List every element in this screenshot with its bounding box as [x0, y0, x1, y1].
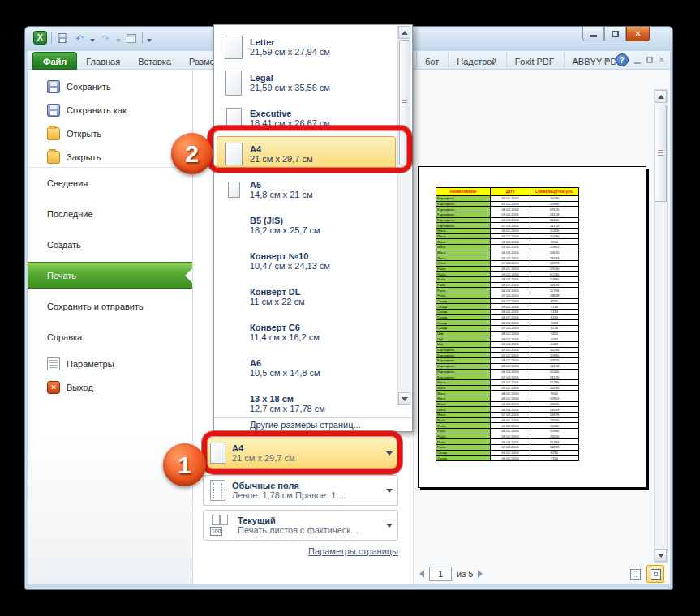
ribbon-tab[interactable]: Надстрой	[448, 52, 505, 70]
chevron-down-icon	[386, 489, 393, 493]
opts-icon	[47, 357, 60, 370]
next-page-icon[interactable]	[478, 570, 483, 578]
paper-size-name: Конверт №10	[250, 251, 330, 261]
close-button[interactable]: ✕	[626, 27, 650, 41]
table-cell: 11784	[530, 439, 579, 445]
open-icon	[47, 127, 60, 140]
sidebar-item-label: Сохранить	[67, 82, 111, 92]
workbook-restore-icon[interactable]	[646, 57, 653, 63]
scroll-down-icon[interactable]	[398, 392, 410, 405]
ribbon-tab[interactable]: Главная	[77, 52, 129, 70]
sidebar-item[interactable]: Открыть	[28, 122, 192, 145]
table-cell: 4278	[530, 326, 579, 332]
table-cell: 2012	[530, 342, 579, 348]
paper-size-option[interactable]: Letter21,59 см x 27,94 см	[217, 29, 394, 65]
table-cell: Сахар	[436, 314, 491, 320]
scale-100-badge: 100	[210, 527, 222, 536]
popup-scrollbar[interactable]	[397, 26, 411, 405]
table-tool-button[interactable]	[125, 32, 138, 44]
sidebar-item[interactable]: Последние	[28, 199, 192, 229]
scaling-dropdown[interactable]: 100 Текущий Печать листов с фактическ...	[203, 510, 398, 541]
table-cell: 14120	[530, 374, 579, 380]
table-row: Рыба05.01.201617050	[436, 266, 579, 272]
help-icon[interactable]: ?	[616, 53, 629, 66]
previous-page-icon[interactable]	[419, 570, 424, 578]
table-row: Мясо09.02.201612901	[436, 245, 579, 250]
paper-size-option[interactable]: Конверт DL11 см x 22 см	[217, 279, 394, 314]
paper-size-option[interactable]: 13 x 18 см12,7 см x 17,78 см	[217, 386, 394, 421]
table-cell: Картофель	[436, 196, 491, 202]
sidebar-item[interactable]: Печать	[28, 262, 192, 289]
paper-size-option[interactable]: A610,5 см x 14,8 см	[217, 350, 394, 386]
workbook-minimize-icon[interactable]	[634, 62, 641, 64]
more-paper-sizes-item[interactable]: Другие размеры страниц...	[214, 417, 412, 431]
save-button[interactable]	[56, 32, 69, 44]
page-setup-link[interactable]: Параметры страницы	[308, 546, 398, 556]
table-cell: Мясо	[436, 391, 491, 396]
paper-size-option[interactable]: Legal21,59 см x 35,56 см	[217, 65, 394, 101]
undo-button[interactable]: ↶	[73, 32, 86, 44]
paper-size-option[interactable]: A514,8 см x 21 см	[217, 172, 394, 207]
sidebar-item[interactable]: Параметры	[28, 352, 192, 375]
paper-size-option[interactable]: B5 (JIS)18,2 см x 25,7 см	[217, 207, 394, 243]
minimize-button[interactable]	[582, 27, 604, 41]
table-cell: Картофель	[436, 207, 491, 212]
sidebar-item[interactable]: Создать	[28, 229, 192, 260]
ribbon-tab[interactable]: Foxit PDF	[506, 52, 564, 70]
table-icon	[127, 34, 136, 43]
sidebar-item[interactable]: Выход	[28, 375, 192, 399]
scrollbar-thumb[interactable]	[655, 105, 667, 202]
sidebar-item[interactable]: Закрыть	[28, 145, 192, 169]
scroll-up-icon[interactable]	[398, 26, 410, 39]
table-cell: 08.02.2016	[491, 310, 530, 315]
table-cell: 12901	[530, 245, 579, 250]
sidebar-item[interactable]: Сведения	[28, 168, 192, 199]
redo-dropdown-caret[interactable]	[116, 39, 121, 42]
closef-icon	[47, 151, 60, 164]
preview-scrollbar[interactable]	[654, 89, 668, 563]
table-cell: 8150	[530, 314, 579, 320]
table-cell: Рыба	[436, 293, 491, 299]
restore-icon	[612, 31, 619, 37]
sidebar-item[interactable]: Справка	[28, 322, 192, 353]
page-number-input[interactable]	[429, 567, 452, 581]
table-cell: 10520	[530, 434, 579, 439]
workbook-close-icon[interactable]: ✕	[659, 53, 665, 66]
customize-qat-caret[interactable]	[147, 39, 152, 42]
table-cell: 12520	[530, 358, 579, 364]
table-cell: 10280	[530, 196, 579, 202]
table-cell: 07.03.2016	[491, 223, 530, 229]
collapse-ribbon-icon[interactable]	[603, 58, 610, 62]
table-cell: 06.03.2016	[491, 401, 530, 407]
zoom-to-page-button[interactable]	[646, 565, 664, 583]
paper-size-name: Legal	[250, 73, 330, 83]
paper-size-dims: 21,59 см x 27,94 см	[250, 47, 330, 57]
table-cell: Рыба	[436, 272, 491, 277]
ribbon-tab[interactable]: Вставка	[129, 52, 180, 70]
sidebar-item-label: Закрыть	[67, 152, 101, 162]
show-margins-button[interactable]	[626, 565, 644, 583]
scroll-up-icon[interactable]	[655, 90, 667, 103]
sidebar-item-label: Параметры	[67, 359, 114, 369]
file-menu-sidebar: СохранитьСохранить какОткрытьЗакрыть Све…	[28, 70, 193, 584]
table-row: Рыба03.02.201611240	[436, 272, 579, 277]
paper-size-option[interactable]: Конверт C611,4 см x 16,2 см	[217, 314, 394, 350]
scroll-down-icon[interactable]	[655, 549, 667, 562]
paper-size-popup: Letter21,59 см x 27,94 смLegal21,59 см x…	[213, 24, 413, 432]
table-cell: 06.03.2016	[491, 255, 530, 261]
margins-icon	[210, 480, 225, 501]
undo-dropdown-caret[interactable]	[90, 39, 95, 42]
paper-size-option[interactable]: Конверт №1010,47 см x 24,13 см	[217, 243, 394, 279]
tab-file[interactable]: Файл	[32, 52, 77, 70]
table-cell: 09.02.2016	[491, 212, 530, 218]
restore-button[interactable]	[604, 27, 626, 41]
ribbon-tab[interactable]: бот	[416, 52, 448, 70]
redo-button[interactable]: ↷	[99, 32, 112, 44]
margins-dropdown[interactable]: Обычные поля Левое: 1,78 см Правое: 1,..…	[203, 475, 398, 506]
sidebar-item[interactable]: Сохранить	[28, 75, 192, 98]
table-row: Сахар03.02.20167150	[436, 304, 579, 310]
sidebar-item[interactable]: Сохранить как	[28, 98, 192, 122]
sidebar-item[interactable]: Сохранить и отправить	[28, 291, 192, 322]
table-cell: 05.01.2016	[491, 266, 530, 272]
paper-size-dims: 21,59 см x 35,56 см	[250, 83, 330, 92]
